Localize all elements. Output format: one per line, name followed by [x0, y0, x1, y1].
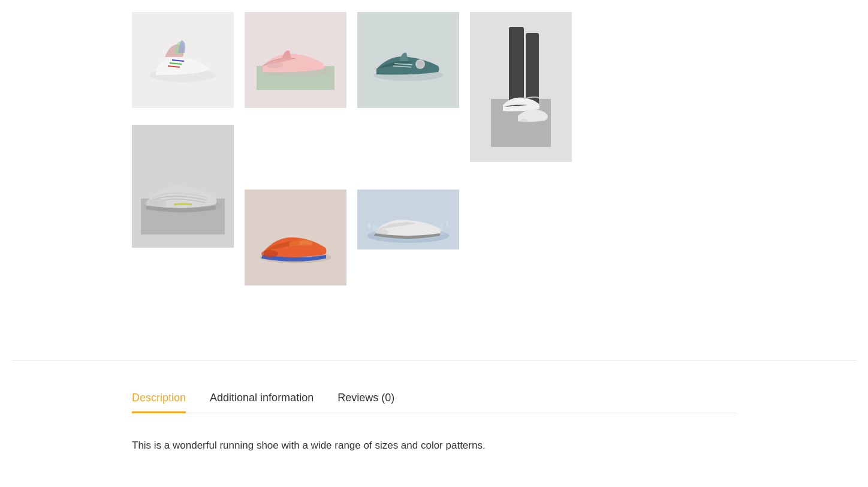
tab-content-description: This is a wonderful running shoe with a …	[132, 431, 736, 459]
product-gallery	[132, 12, 575, 336]
svg-rect-13	[509, 27, 524, 105]
svg-point-24	[368, 223, 370, 229]
gallery-image-7[interactable]	[357, 190, 459, 249]
svg-rect-14	[526, 33, 539, 105]
svg-point-6	[266, 61, 284, 68]
tab-description[interactable]: Description	[132, 384, 186, 413]
description-text: This is a wonderful running shoe with a …	[132, 437, 671, 453]
tab-reviews[interactable]: Reviews (0)	[337, 384, 394, 413]
page-container: Description Additional information Revie…	[0, 12, 868, 477]
gallery-image-3[interactable]	[357, 12, 459, 108]
tab-additional-information[interactable]: Additional information	[210, 384, 314, 413]
svg-point-25	[446, 221, 448, 227]
svg-point-20	[261, 250, 278, 257]
gallery-image-6[interactable]	[245, 190, 346, 285]
svg-point-15	[520, 119, 528, 122]
svg-point-9	[417, 61, 423, 67]
gallery-image-4[interactable]	[470, 12, 572, 162]
tabs-section: Description Additional information Revie…	[12, 360, 856, 477]
tabs-navigation: Description Additional information Revie…	[132, 384, 736, 413]
gallery-image-2[interactable]	[245, 12, 346, 108]
gallery-image-5[interactable]	[132, 125, 234, 248]
gallery-image-1[interactable]	[132, 12, 234, 108]
